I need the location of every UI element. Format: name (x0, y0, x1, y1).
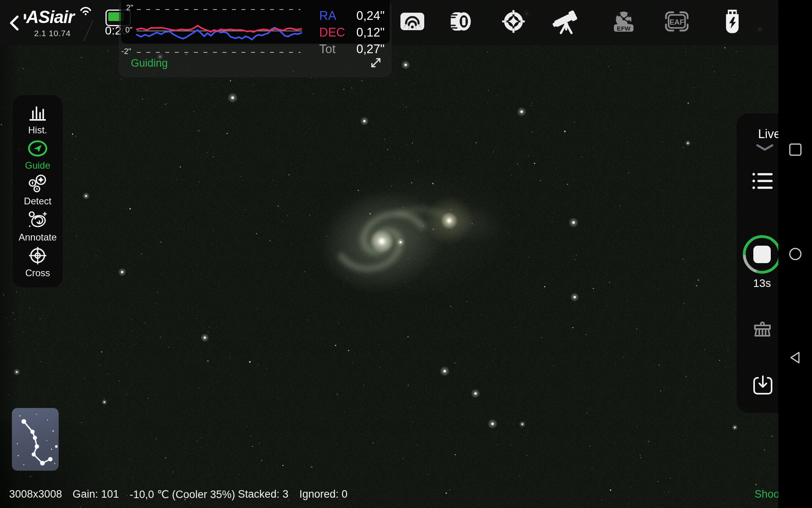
annotate-galaxy-icon (27, 210, 48, 229)
ra-value: 0,24" (356, 9, 385, 23)
station-wifi-button[interactable] (400, 8, 427, 35)
asiair-app: ASiair 2.1 10.74 0:20 (0, 0, 812, 508)
efw-button[interactable]: EFW (611, 8, 638, 35)
home-circle-button[interactable] (789, 247, 802, 261)
chevron-left-icon (7, 13, 23, 33)
svg-text:EAF: EAF (669, 18, 684, 26)
telescope-button[interactable] (551, 8, 578, 35)
battery-nub (24, 14, 26, 19)
back-triangle-button[interactable] (789, 351, 802, 364)
status-temperature: -10,0 ℃ (Cooler 35%) (130, 488, 235, 501)
station-wifi-icon (400, 8, 425, 35)
main-camera-icon (447, 8, 473, 35)
tool-crosshair[interactable]: Cross (25, 246, 50, 279)
telescope-icon (551, 8, 581, 35)
eaf-icon: EAF (663, 8, 691, 35)
efw-icon: EFW (611, 8, 637, 35)
recents-square-button[interactable] (789, 143, 802, 156)
status-resolution: 3008x3008 (9, 488, 62, 500)
logo-wifi-icon (78, 5, 94, 15)
ra-stat-row: RA 0,24" (119, 9, 392, 22)
tool-label: Cross (25, 267, 50, 279)
guiding-panel[interactable]: 2" 0" -2" RA 0,24" DEC 0,12" Tot 0,27" G… (119, 0, 392, 77)
clear-stack-button[interactable] (752, 321, 773, 344)
status-stacked: Stacked: 3 (238, 488, 289, 500)
tot-stat-row: Tot 0,27" (119, 42, 392, 56)
tool-detect[interactable]: Detect (24, 174, 51, 207)
tool-label: Guide (25, 160, 50, 171)
dec-value: 0,12" (356, 25, 385, 40)
dec-stat-row: DEC 0,12" (119, 25, 392, 39)
power-usb-button[interactable] (722, 8, 749, 35)
app-version: 2.1 10.74 (34, 29, 71, 38)
left-toolbar: Hist. Guide Detect (13, 95, 63, 287)
detect-stars-icon (28, 174, 48, 193)
tool-annotate[interactable]: Annotate (19, 210, 57, 243)
skymap-preview-button[interactable] (12, 408, 59, 471)
constellation-icon (12, 408, 59, 471)
mode-selector[interactable]: Live (758, 127, 781, 141)
crosshair-icon (28, 246, 47, 265)
save-download-button[interactable] (753, 375, 773, 395)
stop-square-icon (753, 246, 771, 263)
power-usb-icon (722, 8, 742, 35)
guide-scope-icon (500, 8, 527, 35)
android-nav-bar (778, 0, 812, 508)
back-button[interactable] (7, 13, 23, 33)
svg-text:EFW: EFW (617, 25, 631, 32)
capture-progress-ring (740, 233, 784, 276)
guide-scope-button[interactable] (500, 8, 527, 35)
stop-capture-button[interactable] (740, 233, 784, 276)
sequence-list-button[interactable] (752, 171, 773, 190)
eaf-button[interactable]: EAF (663, 8, 690, 35)
histogram-icon (28, 104, 47, 122)
chevron-down-icon[interactable] (756, 144, 774, 152)
guiding-status-label: Guiding (131, 57, 168, 69)
tool-label: Annotate (19, 232, 57, 243)
status-gain: Gain: 101 (73, 488, 119, 500)
main-camera-button[interactable] (447, 8, 474, 35)
guide-icon (27, 139, 48, 158)
tool-label: Detect (24, 196, 51, 207)
tot-value: 0,27" (356, 42, 385, 56)
app-logo: ASiair (26, 7, 105, 27)
tool-label: Hist. (28, 125, 47, 136)
tool-guide[interactable]: Guide (25, 139, 50, 171)
tool-histogram[interactable]: Hist. (28, 104, 47, 136)
expand-icon (369, 56, 383, 70)
status-ignored: Ignored: 0 (299, 488, 348, 500)
expand-guiding-button[interactable] (369, 56, 385, 71)
